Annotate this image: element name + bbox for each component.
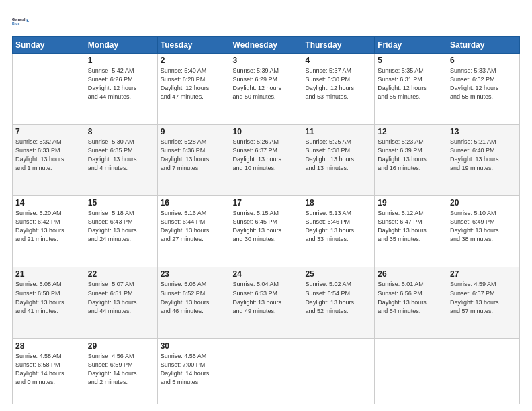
cell-info: Sunrise: 5:28 AMSunset: 6:36 PMDaylight:… xyxy=(161,138,227,173)
calendar-cell xyxy=(375,338,447,404)
calendar-cell: 9Sunrise: 5:28 AMSunset: 6:36 PMDaylight… xyxy=(157,125,230,196)
day-number: 30 xyxy=(161,341,227,351)
cell-info: Sunrise: 5:04 AMSunset: 6:53 PMDaylight:… xyxy=(233,280,300,315)
day-number: 26 xyxy=(378,269,444,279)
calendar-cell: 16Sunrise: 5:16 AMSunset: 6:44 PMDayligh… xyxy=(157,196,230,267)
day-number: 29 xyxy=(88,341,154,351)
day-number: 8 xyxy=(88,127,154,136)
cell-info: Sunrise: 5:23 AMSunset: 6:39 PMDaylight:… xyxy=(378,138,444,173)
calendar-cell: 3Sunrise: 5:39 AMSunset: 6:29 PMDaylight… xyxy=(230,54,302,125)
weekday-header-cell: Thursday xyxy=(302,37,375,54)
calendar-header: SundayMondayTuesdayWednesdayThursdayFrid… xyxy=(13,37,520,54)
calendar-week-row: 28Sunrise: 4:58 AMSunset: 6:58 PMDayligh… xyxy=(13,338,520,404)
calendar-week-row: 7Sunrise: 5:32 AMSunset: 6:33 PMDaylight… xyxy=(13,125,520,196)
cell-info: Sunrise: 5:30 AMSunset: 6:35 PMDaylight:… xyxy=(88,138,154,173)
cell-info: Sunrise: 5:21 AMSunset: 6:40 PMDaylight:… xyxy=(450,138,517,173)
calendar-cell: 29Sunrise: 4:56 AMSunset: 6:59 PMDayligh… xyxy=(85,338,157,404)
calendar-cell: 6Sunrise: 5:33 AMSunset: 6:32 PMDaylight… xyxy=(447,54,520,125)
calendar-cell: 22Sunrise: 5:07 AMSunset: 6:51 PMDayligh… xyxy=(85,267,157,338)
cell-info: Sunrise: 5:07 AMSunset: 6:51 PMDaylight:… xyxy=(88,280,154,315)
calendar-cell: 30Sunrise: 4:55 AMSunset: 7:00 PMDayligh… xyxy=(157,338,230,404)
cell-info: Sunrise: 4:59 AMSunset: 6:57 PMDaylight:… xyxy=(450,280,517,315)
calendar-cell: 14Sunrise: 5:20 AMSunset: 6:42 PMDayligh… xyxy=(13,196,85,267)
cell-info: Sunrise: 5:05 AMSunset: 6:52 PMDaylight:… xyxy=(161,280,227,315)
cell-info: Sunrise: 5:02 AMSunset: 6:54 PMDaylight:… xyxy=(305,280,371,315)
day-number: 3 xyxy=(233,56,300,65)
cell-info: Sunrise: 5:26 AMSunset: 6:37 PMDaylight:… xyxy=(233,138,300,173)
day-number: 11 xyxy=(305,127,371,136)
calendar-cell xyxy=(230,338,302,404)
cell-info: Sunrise: 5:15 AMSunset: 6:45 PMDaylight:… xyxy=(233,209,300,244)
calendar-week-row: 14Sunrise: 5:20 AMSunset: 6:42 PMDayligh… xyxy=(13,196,520,267)
logo: GeneralBlue xyxy=(12,12,31,31)
calendar-table: SundayMondayTuesdayWednesdayThursdayFrid… xyxy=(12,36,520,404)
day-number: 25 xyxy=(305,269,371,279)
calendar-week-row: 21Sunrise: 5:08 AMSunset: 6:50 PMDayligh… xyxy=(13,267,520,338)
calendar-cell: 19Sunrise: 5:12 AMSunset: 6:47 PMDayligh… xyxy=(375,196,447,267)
cell-info: Sunrise: 5:16 AMSunset: 6:44 PMDaylight:… xyxy=(161,209,227,244)
weekday-header-cell: Monday xyxy=(85,37,157,54)
day-number: 28 xyxy=(15,341,82,351)
day-number: 2 xyxy=(161,56,227,65)
calendar-week-row: 1Sunrise: 5:42 AMSunset: 6:26 PMDaylight… xyxy=(13,54,520,125)
calendar-cell xyxy=(447,338,520,404)
cell-info: Sunrise: 5:35 AMSunset: 6:31 PMDaylight:… xyxy=(378,66,444,101)
calendar-cell: 26Sunrise: 5:01 AMSunset: 6:56 PMDayligh… xyxy=(375,267,447,338)
calendar-cell: 5Sunrise: 5:35 AMSunset: 6:31 PMDaylight… xyxy=(375,54,447,125)
day-number: 1 xyxy=(88,56,154,65)
cell-info: Sunrise: 5:32 AMSunset: 6:33 PMDaylight:… xyxy=(15,138,82,173)
header: GeneralBlue xyxy=(12,12,520,31)
cell-info: Sunrise: 5:42 AMSunset: 6:26 PMDaylight:… xyxy=(88,66,154,101)
cell-info: Sunrise: 4:56 AMSunset: 6:59 PMDaylight:… xyxy=(88,352,154,387)
calendar-cell: 28Sunrise: 4:58 AMSunset: 6:58 PMDayligh… xyxy=(13,338,85,404)
day-number: 18 xyxy=(305,198,371,208)
day-number: 9 xyxy=(161,127,227,136)
calendar-cell: 8Sunrise: 5:30 AMSunset: 6:35 PMDaylight… xyxy=(85,125,157,196)
day-number: 17 xyxy=(233,198,300,208)
calendar-cell xyxy=(302,338,375,404)
day-number: 14 xyxy=(15,198,82,208)
weekday-header-cell: Sunday xyxy=(13,37,85,54)
cell-info: Sunrise: 5:13 AMSunset: 6:46 PMDaylight:… xyxy=(305,209,371,244)
calendar-cell: 7Sunrise: 5:32 AMSunset: 6:33 PMDaylight… xyxy=(13,125,85,196)
calendar-cell: 15Sunrise: 5:18 AMSunset: 6:43 PMDayligh… xyxy=(85,196,157,267)
calendar-cell: 18Sunrise: 5:13 AMSunset: 6:46 PMDayligh… xyxy=(302,196,375,267)
calendar-cell: 13Sunrise: 5:21 AMSunset: 6:40 PMDayligh… xyxy=(447,125,520,196)
cell-info: Sunrise: 5:33 AMSunset: 6:32 PMDaylight:… xyxy=(450,66,517,101)
weekday-header-row: SundayMondayTuesdayWednesdayThursdayFrid… xyxy=(13,37,520,54)
weekday-header-cell: Saturday xyxy=(447,37,520,54)
cell-info: Sunrise: 5:20 AMSunset: 6:42 PMDaylight:… xyxy=(15,209,82,244)
calendar-cell: 17Sunrise: 5:15 AMSunset: 6:45 PMDayligh… xyxy=(230,196,302,267)
cell-info: Sunrise: 5:12 AMSunset: 6:47 PMDaylight:… xyxy=(378,209,444,244)
svg-text:Blue: Blue xyxy=(12,21,19,26)
day-number: 22 xyxy=(88,269,154,279)
svg-text:General: General xyxy=(12,17,26,21)
calendar-cell: 12Sunrise: 5:23 AMSunset: 6:39 PMDayligh… xyxy=(375,125,447,196)
calendar-cell: 4Sunrise: 5:37 AMSunset: 6:30 PMDaylight… xyxy=(302,54,375,125)
day-number: 12 xyxy=(378,127,444,136)
day-number: 19 xyxy=(378,198,444,208)
day-number: 10 xyxy=(233,127,300,136)
cell-info: Sunrise: 4:55 AMSunset: 7:00 PMDaylight:… xyxy=(161,352,227,387)
weekday-header-cell: Tuesday xyxy=(157,37,230,54)
calendar-cell: 20Sunrise: 5:10 AMSunset: 6:49 PMDayligh… xyxy=(447,196,520,267)
day-number: 16 xyxy=(161,198,227,208)
calendar-cell: 2Sunrise: 5:40 AMSunset: 6:28 PMDaylight… xyxy=(157,54,230,125)
calendar-cell xyxy=(13,54,85,125)
cell-info: Sunrise: 5:40 AMSunset: 6:28 PMDaylight:… xyxy=(161,66,227,101)
day-number: 24 xyxy=(233,269,300,279)
calendar-cell: 23Sunrise: 5:05 AMSunset: 6:52 PMDayligh… xyxy=(157,267,230,338)
day-number: 7 xyxy=(15,127,82,136)
cell-info: Sunrise: 5:39 AMSunset: 6:29 PMDaylight:… xyxy=(233,66,300,101)
day-number: 13 xyxy=(450,127,517,136)
calendar-cell: 24Sunrise: 5:04 AMSunset: 6:53 PMDayligh… xyxy=(230,267,302,338)
calendar-cell: 25Sunrise: 5:02 AMSunset: 6:54 PMDayligh… xyxy=(302,267,375,338)
cell-info: Sunrise: 5:18 AMSunset: 6:43 PMDaylight:… xyxy=(88,209,154,244)
day-number: 21 xyxy=(15,269,82,279)
day-number: 20 xyxy=(450,198,517,208)
cell-info: Sunrise: 5:08 AMSunset: 6:50 PMDaylight:… xyxy=(15,280,82,315)
day-number: 6 xyxy=(450,56,517,65)
calendar-cell: 21Sunrise: 5:08 AMSunset: 6:50 PMDayligh… xyxy=(13,267,85,338)
weekday-header-cell: Friday xyxy=(375,37,447,54)
day-number: 27 xyxy=(450,269,517,279)
